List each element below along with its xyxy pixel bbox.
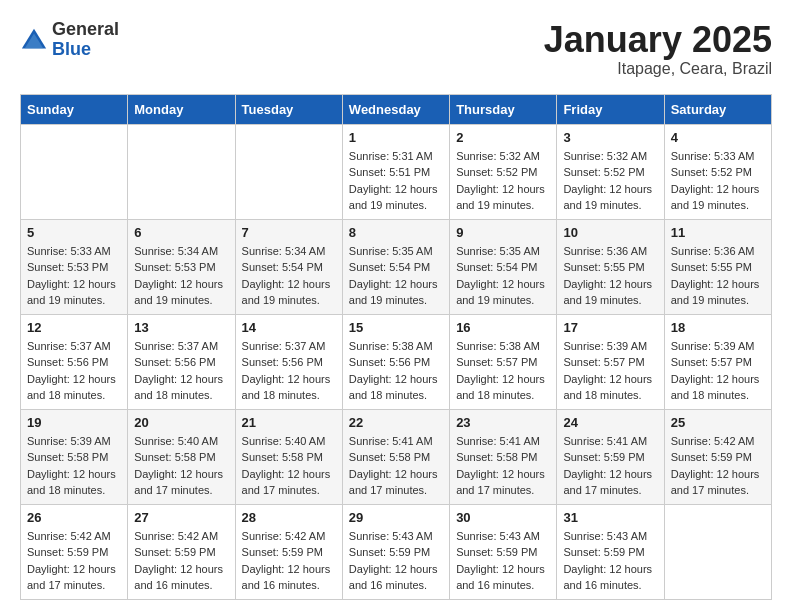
calendar-cell: 12Sunrise: 5:37 AM Sunset: 5:56 PM Dayli… [21, 314, 128, 409]
calendar-cell: 5Sunrise: 5:33 AM Sunset: 5:53 PM Daylig… [21, 219, 128, 314]
day-info: Sunrise: 5:42 AM Sunset: 5:59 PM Dayligh… [242, 528, 336, 594]
calendar-cell [664, 504, 771, 599]
logo-blue-text: Blue [52, 40, 119, 60]
day-info: Sunrise: 5:43 AM Sunset: 5:59 PM Dayligh… [456, 528, 550, 594]
day-info: Sunrise: 5:42 AM Sunset: 5:59 PM Dayligh… [671, 433, 765, 499]
calendar-cell: 2Sunrise: 5:32 AM Sunset: 5:52 PM Daylig… [450, 124, 557, 219]
logo-text: General Blue [52, 20, 119, 60]
day-info: Sunrise: 5:38 AM Sunset: 5:57 PM Dayligh… [456, 338, 550, 404]
calendar-cell: 3Sunrise: 5:32 AM Sunset: 5:52 PM Daylig… [557, 124, 664, 219]
calendar-cell: 22Sunrise: 5:41 AM Sunset: 5:58 PM Dayli… [342, 409, 449, 504]
calendar-cell: 8Sunrise: 5:35 AM Sunset: 5:54 PM Daylig… [342, 219, 449, 314]
logo-icon [20, 26, 48, 54]
day-info: Sunrise: 5:41 AM Sunset: 5:59 PM Dayligh… [563, 433, 657, 499]
day-number: 7 [242, 225, 336, 240]
calendar-cell: 21Sunrise: 5:40 AM Sunset: 5:58 PM Dayli… [235, 409, 342, 504]
day-info: Sunrise: 5:35 AM Sunset: 5:54 PM Dayligh… [456, 243, 550, 309]
calendar-cell: 9Sunrise: 5:35 AM Sunset: 5:54 PM Daylig… [450, 219, 557, 314]
location-text: Itapage, Ceara, Brazil [544, 60, 772, 78]
calendar-cell: 28Sunrise: 5:42 AM Sunset: 5:59 PM Dayli… [235, 504, 342, 599]
calendar-cell: 20Sunrise: 5:40 AM Sunset: 5:58 PM Dayli… [128, 409, 235, 504]
weekday-header-tuesday: Tuesday [235, 94, 342, 124]
day-info: Sunrise: 5:37 AM Sunset: 5:56 PM Dayligh… [134, 338, 228, 404]
day-info: Sunrise: 5:38 AM Sunset: 5:56 PM Dayligh… [349, 338, 443, 404]
page-header: General Blue January 2025 Itapage, Ceara… [20, 20, 772, 78]
logo-general-text: General [52, 20, 119, 40]
calendar-week-row: 1Sunrise: 5:31 AM Sunset: 5:51 PM Daylig… [21, 124, 772, 219]
day-number: 26 [27, 510, 121, 525]
logo: General Blue [20, 20, 119, 60]
day-number: 18 [671, 320, 765, 335]
day-info: Sunrise: 5:34 AM Sunset: 5:54 PM Dayligh… [242, 243, 336, 309]
day-number: 27 [134, 510, 228, 525]
day-info: Sunrise: 5:34 AM Sunset: 5:53 PM Dayligh… [134, 243, 228, 309]
day-info: Sunrise: 5:36 AM Sunset: 5:55 PM Dayligh… [563, 243, 657, 309]
day-number: 30 [456, 510, 550, 525]
calendar-cell: 18Sunrise: 5:39 AM Sunset: 5:57 PM Dayli… [664, 314, 771, 409]
day-number: 16 [456, 320, 550, 335]
day-number: 2 [456, 130, 550, 145]
day-info: Sunrise: 5:32 AM Sunset: 5:52 PM Dayligh… [456, 148, 550, 214]
day-info: Sunrise: 5:37 AM Sunset: 5:56 PM Dayligh… [242, 338, 336, 404]
calendar-cell: 17Sunrise: 5:39 AM Sunset: 5:57 PM Dayli… [557, 314, 664, 409]
calendar-cell: 25Sunrise: 5:42 AM Sunset: 5:59 PM Dayli… [664, 409, 771, 504]
day-info: Sunrise: 5:36 AM Sunset: 5:55 PM Dayligh… [671, 243, 765, 309]
day-info: Sunrise: 5:32 AM Sunset: 5:52 PM Dayligh… [563, 148, 657, 214]
day-number: 23 [456, 415, 550, 430]
day-info: Sunrise: 5:42 AM Sunset: 5:59 PM Dayligh… [27, 528, 121, 594]
month-title: January 2025 [544, 20, 772, 60]
day-number: 10 [563, 225, 657, 240]
calendar-cell: 24Sunrise: 5:41 AM Sunset: 5:59 PM Dayli… [557, 409, 664, 504]
weekday-header-saturday: Saturday [664, 94, 771, 124]
calendar-cell [235, 124, 342, 219]
day-info: Sunrise: 5:33 AM Sunset: 5:53 PM Dayligh… [27, 243, 121, 309]
calendar-cell: 19Sunrise: 5:39 AM Sunset: 5:58 PM Dayli… [21, 409, 128, 504]
calendar-cell: 11Sunrise: 5:36 AM Sunset: 5:55 PM Dayli… [664, 219, 771, 314]
calendar-cell: 6Sunrise: 5:34 AM Sunset: 5:53 PM Daylig… [128, 219, 235, 314]
day-number: 11 [671, 225, 765, 240]
day-info: Sunrise: 5:37 AM Sunset: 5:56 PM Dayligh… [27, 338, 121, 404]
day-info: Sunrise: 5:42 AM Sunset: 5:59 PM Dayligh… [134, 528, 228, 594]
day-info: Sunrise: 5:39 AM Sunset: 5:57 PM Dayligh… [671, 338, 765, 404]
day-number: 4 [671, 130, 765, 145]
calendar-cell: 4Sunrise: 5:33 AM Sunset: 5:52 PM Daylig… [664, 124, 771, 219]
weekday-header-row: SundayMondayTuesdayWednesdayThursdayFrid… [21, 94, 772, 124]
title-block: January 2025 Itapage, Ceara, Brazil [544, 20, 772, 78]
calendar-cell: 27Sunrise: 5:42 AM Sunset: 5:59 PM Dayli… [128, 504, 235, 599]
day-info: Sunrise: 5:41 AM Sunset: 5:58 PM Dayligh… [456, 433, 550, 499]
day-number: 1 [349, 130, 443, 145]
calendar-cell: 14Sunrise: 5:37 AM Sunset: 5:56 PM Dayli… [235, 314, 342, 409]
calendar-cell: 31Sunrise: 5:43 AM Sunset: 5:59 PM Dayli… [557, 504, 664, 599]
calendar-week-row: 5Sunrise: 5:33 AM Sunset: 5:53 PM Daylig… [21, 219, 772, 314]
day-number: 21 [242, 415, 336, 430]
weekday-header-wednesday: Wednesday [342, 94, 449, 124]
day-number: 3 [563, 130, 657, 145]
day-number: 12 [27, 320, 121, 335]
day-number: 17 [563, 320, 657, 335]
calendar-table: SundayMondayTuesdayWednesdayThursdayFrid… [20, 94, 772, 600]
day-info: Sunrise: 5:40 AM Sunset: 5:58 PM Dayligh… [242, 433, 336, 499]
calendar-cell: 29Sunrise: 5:43 AM Sunset: 5:59 PM Dayli… [342, 504, 449, 599]
calendar-cell: 13Sunrise: 5:37 AM Sunset: 5:56 PM Dayli… [128, 314, 235, 409]
weekday-header-friday: Friday [557, 94, 664, 124]
calendar-cell: 26Sunrise: 5:42 AM Sunset: 5:59 PM Dayli… [21, 504, 128, 599]
calendar-week-row: 26Sunrise: 5:42 AM Sunset: 5:59 PM Dayli… [21, 504, 772, 599]
day-number: 6 [134, 225, 228, 240]
calendar-cell: 15Sunrise: 5:38 AM Sunset: 5:56 PM Dayli… [342, 314, 449, 409]
day-info: Sunrise: 5:41 AM Sunset: 5:58 PM Dayligh… [349, 433, 443, 499]
calendar-cell: 16Sunrise: 5:38 AM Sunset: 5:57 PM Dayli… [450, 314, 557, 409]
day-info: Sunrise: 5:39 AM Sunset: 5:58 PM Dayligh… [27, 433, 121, 499]
weekday-header-monday: Monday [128, 94, 235, 124]
day-number: 20 [134, 415, 228, 430]
calendar-cell: 7Sunrise: 5:34 AM Sunset: 5:54 PM Daylig… [235, 219, 342, 314]
day-info: Sunrise: 5:43 AM Sunset: 5:59 PM Dayligh… [349, 528, 443, 594]
day-number: 14 [242, 320, 336, 335]
day-number: 24 [563, 415, 657, 430]
calendar-week-row: 12Sunrise: 5:37 AM Sunset: 5:56 PM Dayli… [21, 314, 772, 409]
day-info: Sunrise: 5:43 AM Sunset: 5:59 PM Dayligh… [563, 528, 657, 594]
weekday-header-sunday: Sunday [21, 94, 128, 124]
calendar-cell [128, 124, 235, 219]
calendar-cell: 30Sunrise: 5:43 AM Sunset: 5:59 PM Dayli… [450, 504, 557, 599]
day-number: 31 [563, 510, 657, 525]
calendar-cell [21, 124, 128, 219]
